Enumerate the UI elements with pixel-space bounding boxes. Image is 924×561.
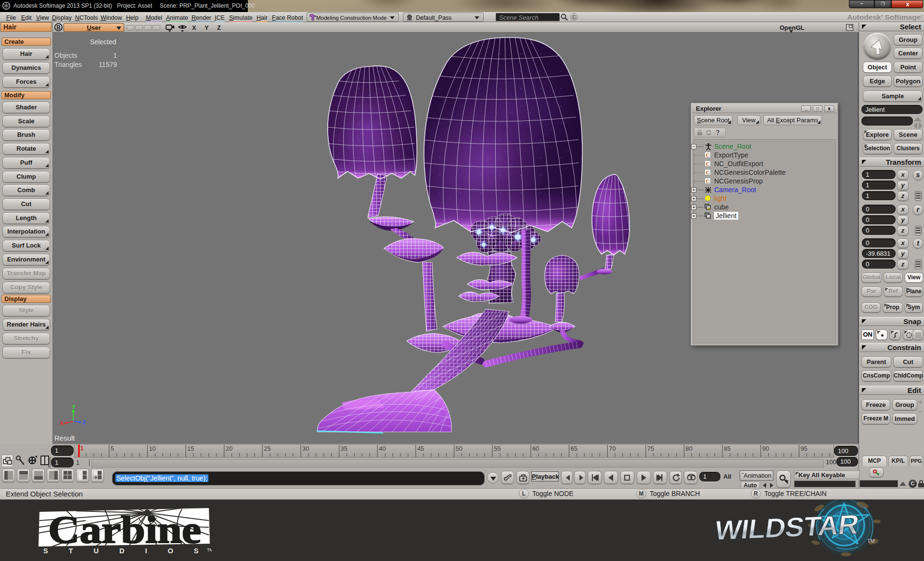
svg-text:25: 25 xyxy=(264,445,270,452)
svg-text:WILDSTAR: WILDSTAR xyxy=(713,509,860,546)
svg-text:70: 70 xyxy=(609,445,616,452)
svg-text:55: 55 xyxy=(494,445,500,452)
svg-text:90: 90 xyxy=(762,445,769,452)
svg-text:45: 45 xyxy=(417,445,424,452)
svg-text:80: 80 xyxy=(686,445,693,452)
svg-text:95: 95 xyxy=(800,445,807,452)
svg-text:75: 75 xyxy=(647,445,654,452)
svg-text:40: 40 xyxy=(379,445,385,452)
svg-text:10: 10 xyxy=(149,445,155,452)
svg-text:Z: Z xyxy=(83,419,86,426)
svg-text:5: 5 xyxy=(111,445,114,452)
svg-text:H: H xyxy=(707,207,710,211)
svg-text:Y: Y xyxy=(72,404,76,410)
svg-text:30: 30 xyxy=(302,445,309,452)
svg-text:STUDIOS: STUDIOS xyxy=(43,547,212,555)
svg-text:35: 35 xyxy=(341,445,347,452)
svg-text:15: 15 xyxy=(187,445,194,452)
svg-text:65: 65 xyxy=(571,445,578,452)
svg-text:Carbine: Carbine xyxy=(48,508,201,551)
svg-text:TM: TM xyxy=(867,538,875,544)
svg-text:X: X xyxy=(60,420,64,427)
svg-text:20: 20 xyxy=(226,445,232,452)
svg-text:85: 85 xyxy=(724,445,731,452)
svg-text:60: 60 xyxy=(532,445,539,452)
svg-text:50: 50 xyxy=(456,445,462,452)
svg-text:TM: TM xyxy=(207,548,212,552)
